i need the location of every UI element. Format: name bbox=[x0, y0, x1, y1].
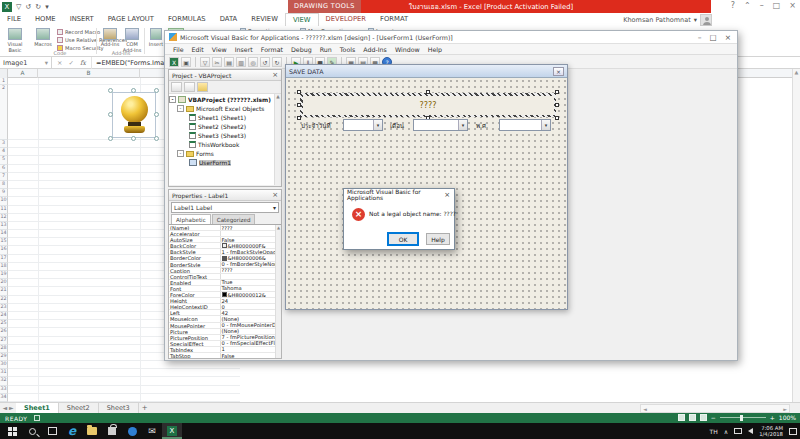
label-year[interactable]: พ.ศ. bbox=[476, 121, 488, 131]
embedded-image-control[interactable] bbox=[112, 92, 156, 138]
row-header[interactable]: 6 bbox=[0, 165, 8, 173]
insert-function-icon[interactable]: fx bbox=[80, 59, 86, 67]
row-header[interactable]: 24 bbox=[0, 312, 8, 320]
undo-icon[interactable]: ↺ bbox=[25, 3, 31, 11]
row-header[interactable]: 4 bbox=[0, 148, 8, 156]
network-icon[interactable] bbox=[734, 428, 742, 434]
save-icon[interactable]: ▽ bbox=[16, 3, 21, 11]
ribbon-tab[interactable]: HOME bbox=[28, 13, 63, 26]
project-tree-scrollbar[interactable]: ▲ bbox=[274, 94, 281, 185]
label-date[interactable]: ประจำวันที่ bbox=[301, 121, 330, 131]
row-header[interactable]: 15 bbox=[0, 238, 8, 246]
page-layout-view-icon[interactable] bbox=[689, 414, 696, 421]
column-header[interactable]: A bbox=[8, 69, 38, 78]
view-object-icon[interactable] bbox=[184, 82, 195, 92]
row-header[interactable]: 16 bbox=[0, 246, 8, 254]
cut-icon[interactable]: ✂ bbox=[212, 57, 222, 67]
row-header[interactable]: 12 bbox=[0, 214, 8, 222]
ribbon-tab[interactable]: PAGE LAYOUT bbox=[101, 13, 161, 26]
dialog-titlebar[interactable]: Microsoft Visual Basic for Applications … bbox=[344, 189, 454, 200]
store-button[interactable] bbox=[102, 423, 122, 439]
vba-menu-item[interactable]: Help bbox=[424, 46, 446, 53]
close-icon[interactable]: × bbox=[272, 191, 278, 199]
row-header[interactable]: 21 bbox=[0, 287, 8, 295]
sheet-tab[interactable]: Sheet2 bbox=[59, 403, 99, 413]
row-header[interactable]: 19 bbox=[0, 271, 8, 279]
excel-view-icon[interactable]: X bbox=[169, 57, 179, 67]
selection-handle[interactable] bbox=[108, 136, 113, 141]
chevron-down-icon[interactable]: ▾ bbox=[458, 120, 467, 130]
close-icon[interactable]: × bbox=[444, 191, 451, 199]
macro-record-icon[interactable] bbox=[34, 415, 40, 421]
tree-item-sheet[interactable]: Sheet2 (Sheet2) bbox=[169, 122, 281, 131]
grid-row[interactable] bbox=[8, 394, 240, 402]
speaker-icon[interactable] bbox=[748, 428, 753, 434]
vba-menu-item[interactable]: Run bbox=[316, 46, 336, 53]
tree-item-sheet[interactable]: Sheet3 (Sheet3) bbox=[169, 131, 281, 140]
row-header[interactable]: 20 bbox=[0, 279, 8, 287]
tree-item-project-root[interactable]: - VBAProject (??????.xlsm) bbox=[169, 95, 281, 104]
zoom-level[interactable]: 100% bbox=[779, 414, 796, 421]
row-header[interactable]: 29 bbox=[0, 353, 8, 361]
chevron-down-icon[interactable]: ▾ bbox=[373, 120, 382, 130]
ribbon-options-icon[interactable]: ⌃ bbox=[744, 1, 751, 10]
row-header[interactable]: 2 bbox=[0, 85, 8, 140]
clock[interactable]: 7:06 AM 1/4/2018 bbox=[759, 425, 783, 438]
new-sheet-icon[interactable]: + bbox=[139, 403, 151, 413]
properties-scrollbar[interactable]: ▲ bbox=[275, 225, 281, 358]
row-header[interactable]: 22 bbox=[0, 296, 8, 304]
combobox-month[interactable]: ▾ bbox=[413, 119, 468, 131]
cancel-icon[interactable]: × bbox=[57, 59, 62, 67]
zoom-slider[interactable] bbox=[720, 417, 766, 418]
vba-menu-item[interactable]: Edit bbox=[188, 46, 208, 53]
view-code-icon[interactable] bbox=[171, 82, 182, 92]
selection-handle[interactable] bbox=[297, 116, 301, 120]
selection-handle[interactable] bbox=[131, 88, 136, 93]
selection-handle[interactable] bbox=[154, 136, 159, 141]
ribbon-tab[interactable]: FILE bbox=[0, 13, 28, 26]
ribbon-tab[interactable]: DATA bbox=[213, 13, 245, 26]
vba-menu-item[interactable]: Insert bbox=[231, 46, 257, 53]
selected-label-control[interactable]: ???? bbox=[300, 93, 556, 117]
collapse-icon[interactable]: - bbox=[177, 150, 184, 157]
row-header[interactable]: 8 bbox=[0, 181, 8, 189]
close-icon[interactable]: × bbox=[789, 1, 796, 10]
selection-handle[interactable] bbox=[426, 90, 430, 94]
vba-menu-item[interactable]: Format bbox=[257, 46, 287, 53]
visual-basic-button[interactable]: Visual Basic bbox=[2, 27, 28, 55]
ribbon-tab[interactable]: VIEW bbox=[285, 13, 319, 26]
zoom-in-icon[interactable]: + bbox=[770, 414, 775, 421]
vba-close-icon[interactable]: × bbox=[725, 33, 731, 42]
sheet-tab[interactable]: Sheet3 bbox=[99, 403, 139, 413]
row-header[interactable]: 11 bbox=[0, 206, 8, 214]
select-all-corner[interactable] bbox=[0, 69, 8, 78]
row-header[interactable]: 1 bbox=[0, 78, 8, 85]
restore-icon[interactable]: □ bbox=[773, 1, 781, 10]
selection-handle[interactable] bbox=[108, 88, 113, 93]
vba-menu-item[interactable]: Window bbox=[391, 46, 424, 53]
vba-menu-item[interactable]: View bbox=[208, 46, 231, 53]
redo-icon[interactable]: ↻ bbox=[272, 57, 282, 67]
find-icon[interactable]: ◎ bbox=[248, 57, 258, 67]
selection-handle[interactable] bbox=[555, 90, 559, 94]
tree-item-folder[interactable]: - Microsoft Excel Objects bbox=[169, 104, 281, 113]
vba-menu-item[interactable]: Tools bbox=[336, 46, 360, 53]
row-header[interactable]: 25 bbox=[0, 320, 8, 328]
object-selector[interactable]: Label1 Label ▾ bbox=[171, 202, 279, 213]
ribbon-tab[interactable]: FORMULAS bbox=[161, 13, 213, 26]
name-box[interactable]: Image1 ▾ bbox=[0, 57, 52, 69]
close-icon[interactable]: × bbox=[553, 67, 564, 76]
insert-userform-icon[interactable]: ▣ bbox=[181, 57, 191, 67]
copy-icon[interactable]: ▤ bbox=[224, 57, 234, 67]
row-header[interactable]: 33 bbox=[0, 386, 8, 394]
property-row[interactable]: TabStop False bbox=[169, 353, 281, 358]
combobox-day[interactable]: ▾ bbox=[343, 119, 383, 131]
vba-menu-item[interactable]: File bbox=[169, 46, 188, 53]
row-header[interactable]: 7 bbox=[0, 173, 8, 181]
grid-row[interactable] bbox=[8, 377, 240, 385]
paste-icon[interactable]: ▥ bbox=[236, 57, 246, 67]
scroll-left-icon[interactable]: ◄ bbox=[643, 405, 647, 412]
vba-restore-icon[interactable]: □ bbox=[710, 33, 717, 42]
row-header[interactable]: 5 bbox=[0, 156, 8, 164]
selection-handle[interactable] bbox=[555, 116, 559, 120]
